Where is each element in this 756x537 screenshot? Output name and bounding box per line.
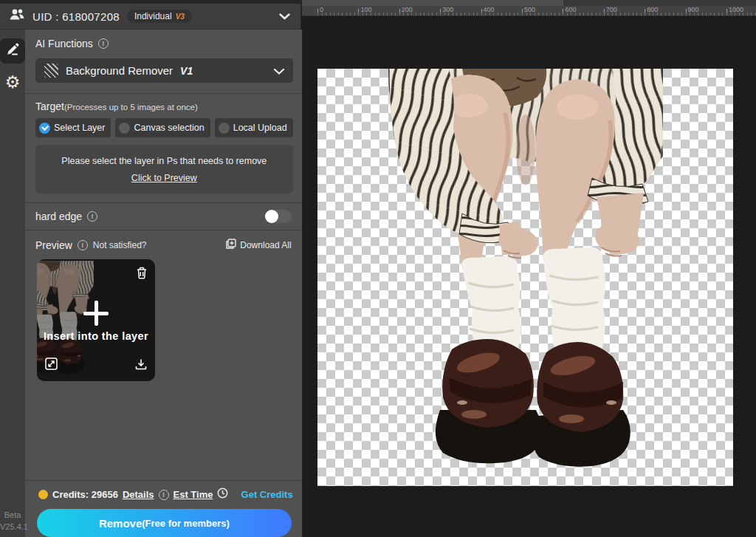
preview-title: Preview [35,239,72,251]
details-link[interactable]: Details [123,489,154,500]
users-icon [9,8,25,24]
get-credits-link[interactable]: Get Credits [241,489,293,500]
clock-icon [217,488,228,502]
beta-label: Beta [0,510,25,521]
credit-coin-icon [38,490,48,499]
ruler-tick [686,9,687,16]
ruler-tick [358,9,359,16]
remove-button-label: Remove [99,517,142,530]
radio-local-upload[interactable]: Local Upload [215,118,293,137]
radio-checked-icon [39,123,50,134]
ruler-tick [645,9,645,16]
document-tab-strip [302,0,756,6]
ruler-label: 400 [484,6,495,13]
function-version: V1 [180,65,193,77]
edit-tool-button[interactable] [0,38,25,64]
download-all-icon [226,239,236,252]
ruler-label: 0 [320,6,323,13]
function-select[interactable]: Background Remover V1 [35,58,293,83]
ruler-label: 600 [565,6,576,13]
chevron-down-icon[interactable] [279,10,290,23]
plan-badge: Individual V3 [127,10,192,23]
info-icon[interactable] [98,38,109,49]
hard-edge-toggle[interactable] [265,210,292,223]
ruler-label: 100 [360,6,371,13]
radio-unchecked-icon [119,123,130,134]
ruler-label: 800 [647,6,658,13]
ruler-tick [399,9,400,16]
uid-text: UID : 618007208 [32,10,120,23]
hard-edge-label: hard edge [35,211,82,222]
target-subtitle: (Processes up to 5 images at once) [64,103,198,112]
function-select-value: Background Remover [66,64,173,77]
remove-button-sublabel: (Free for members) [142,518,229,529]
download-all-button[interactable]: Download All [226,239,291,252]
canvas-area: 01002003004005006007008009001000 [302,0,756,537]
ruler-label: 900 [688,6,699,13]
ruler-tick [604,9,605,16]
ruler-tick [522,9,523,16]
plan-badge-label: Individual [134,11,172,21]
ruler-label: 200 [402,6,413,13]
version-label: V25.4.1 [0,521,25,533]
stripe-swatch-icon [44,64,58,78]
not-satisfied-link[interactable]: Not satisfied? [93,240,147,250]
pencil-icon [6,43,19,59]
ruler-tick [317,9,318,16]
click-to-preview-link[interactable]: Click to Preview [131,173,197,183]
document-canvas[interactable] [317,69,733,486]
info-icon[interactable] [78,240,88,250]
est-time-link[interactable]: Est Time [173,489,213,500]
ruler[interactable]: 01002003004005006007008009001000 [302,6,756,16]
ruler-tick [440,9,441,16]
layer-hint-box: Please select the layer in Ps that needs… [35,145,293,194]
preview-thumbnail[interactable]: Insert into the layer [37,259,155,381]
chevron-down-icon [274,64,284,78]
radio-unchecked-icon [219,123,230,134]
ruler-tick [563,9,563,16]
subject-image [317,69,733,486]
layer-hint-text: Please select the layer in Ps that needs… [43,156,286,166]
remove-button[interactable]: Remove (Free for members) [37,509,292,537]
credits-count: Credits: 29656 [52,489,118,500]
radio-canvas-selection[interactable]: Canvas selection [115,118,210,137]
ai-functions-title: AI Functions [35,38,93,49]
ruler-label: 700 [606,6,617,13]
plan-badge-version: V3 [176,13,185,21]
version-info: Beta V25.4.1 [0,510,25,533]
download-icon[interactable] [135,358,147,373]
expand-icon[interactable] [45,358,58,373]
info-icon[interactable] [159,490,169,500]
active-document-tab[interactable] [302,0,563,6]
plugin-panel: UID : 618007208 Individual V3 ⚙ [0,0,301,537]
ruler-label: 300 [442,6,453,13]
insert-into-layer-label[interactable]: Insert into the layer [37,330,155,342]
gear-icon[interactable]: ⚙ [5,74,21,91]
ruler-tick [481,9,482,16]
plus-icon[interactable] [83,301,109,326]
radio-select-layer[interactable]: Select Layer [35,118,111,137]
info-icon[interactable] [87,211,97,222]
ruler-label: 1000 [729,6,743,13]
toggle-knob [265,210,278,223]
tool-rail: ⚙ Beta V25.4.1 [0,30,25,537]
ruler-label: 500 [524,6,535,13]
trash-icon[interactable] [136,267,148,282]
account-header[interactable]: UID : 618007208 Individual V3 [0,4,300,30]
ruler-tick [726,9,727,16]
target-title: Target(Processes up to 5 images at once) [25,94,303,112]
